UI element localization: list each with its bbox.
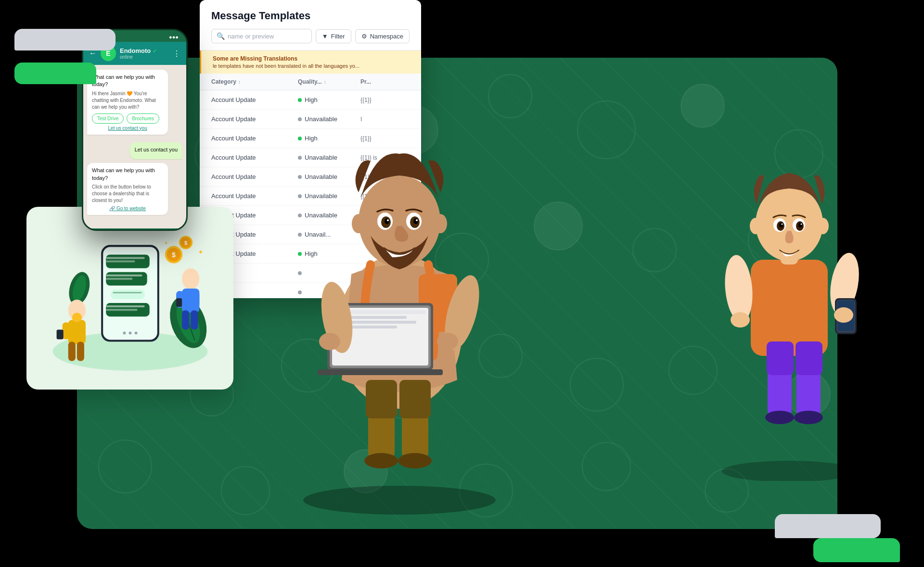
svg-point-95 xyxy=(319,333,340,350)
svg-point-20 xyxy=(570,358,623,411)
svg-rect-78 xyxy=(77,342,84,361)
svg-point-108 xyxy=(385,218,389,224)
phone-signal: ●●● xyxy=(169,34,179,40)
svg-rect-91 xyxy=(318,369,443,375)
svg-point-80 xyxy=(72,313,81,322)
more-icon[interactable]: ⋮ xyxy=(173,49,180,58)
website-link[interactable]: 🔗 Go to website xyxy=(92,206,163,211)
illustration-svg: $ $ ✦ ✦ xyxy=(37,216,223,380)
svg-point-109 xyxy=(413,218,418,224)
secondary-character-svg xyxy=(698,96,881,481)
filter-icon: ▼ xyxy=(322,33,328,40)
brochures-btn[interactable]: Brochures xyxy=(127,113,159,124)
filter-label: Filter xyxy=(331,33,345,40)
speech-bubble-top-green xyxy=(14,63,96,84)
svg-point-23 xyxy=(99,440,152,493)
svg-rect-48 xyxy=(106,305,144,307)
svg-rect-45 xyxy=(111,290,144,299)
svg-point-131 xyxy=(782,224,783,225)
svg-rect-79 xyxy=(56,329,63,339)
svg-text:$: $ xyxy=(184,240,187,246)
svg-point-51 xyxy=(128,331,131,334)
svg-point-52 xyxy=(134,331,137,334)
main-character xyxy=(255,43,544,524)
svg-point-132 xyxy=(801,224,802,225)
svg-point-114 xyxy=(722,461,857,481)
speech-bubble-top-gray xyxy=(14,29,116,50)
svg-point-5 xyxy=(578,101,635,159)
test-drive-btn[interactable]: Test Drive xyxy=(92,113,124,124)
verified-badge: ✓ xyxy=(153,48,157,54)
svg-point-27 xyxy=(582,442,630,491)
speech-bubble-bottom-green xyxy=(813,538,900,562)
phone-mockup: 9:41 ●●● ← E Endomoto ✓ online ⋮ What ca… xyxy=(82,29,188,231)
svg-rect-40 xyxy=(106,257,144,259)
svg-point-94 xyxy=(437,333,458,350)
svg-point-66 xyxy=(182,268,199,290)
svg-point-130 xyxy=(798,223,802,227)
main-character-svg xyxy=(255,43,544,515)
svg-point-112 xyxy=(352,214,365,233)
svg-point-81 xyxy=(303,486,496,515)
search-icon: 🔍 xyxy=(217,32,225,40)
svg-rect-72 xyxy=(176,298,182,307)
phone-chat-body: What can we help you with today? Hi ther… xyxy=(83,65,186,228)
chat-bubble-1-body: Hi there Jasmin 🧡 You're chatting with E… xyxy=(92,90,163,111)
search-placeholder-text: name or preview xyxy=(228,33,274,40)
svg-point-113 xyxy=(434,214,447,233)
svg-point-110 xyxy=(387,219,389,221)
svg-text:✦: ✦ xyxy=(198,248,204,256)
svg-rect-46 xyxy=(113,292,141,293)
chat-bubble-1: What can we help you with today? Hi ther… xyxy=(87,70,168,135)
svg-point-129 xyxy=(779,223,783,227)
svg-point-133 xyxy=(750,218,761,234)
svg-point-139 xyxy=(765,411,794,424)
search-box[interactable]: 🔍 name or preview xyxy=(211,29,312,43)
svg-rect-71 xyxy=(191,310,198,329)
sent-message-wrapper: Let us contact you xyxy=(87,139,182,163)
svg-rect-70 xyxy=(182,310,189,329)
speech-bubble-bottom-gray xyxy=(775,514,881,538)
templates-title: Message Templates xyxy=(211,10,410,22)
svg-rect-99 xyxy=(399,380,431,418)
chat-bubble-1-title: What can we help you with today? xyxy=(92,74,163,88)
svg-rect-137 xyxy=(767,341,794,375)
svg-rect-43 xyxy=(106,275,142,277)
svg-rect-69 xyxy=(192,291,199,308)
svg-rect-98 xyxy=(366,380,397,418)
svg-point-122 xyxy=(834,307,853,323)
svg-rect-76 xyxy=(73,322,80,339)
svg-point-100 xyxy=(364,453,398,468)
svg-point-134 xyxy=(817,218,829,234)
svg-point-121 xyxy=(731,312,750,328)
chat-bubble-2: What can we help you with today? Click o… xyxy=(87,163,168,215)
svg-text:✦: ✦ xyxy=(164,240,167,246)
chat-status: online xyxy=(120,54,157,60)
svg-rect-77 xyxy=(68,342,75,361)
namespace-button[interactable]: ⚙ Namespace xyxy=(355,29,410,43)
sent-text: Let us contact you xyxy=(135,146,178,153)
chat-bubble-sent: Let us contact you xyxy=(130,142,182,159)
gear-icon: ⚙ xyxy=(361,33,367,40)
secondary-character xyxy=(698,96,881,481)
svg-point-50 xyxy=(123,331,126,334)
chat-bubble-2-body: Click on the button below to choose a de… xyxy=(92,184,163,204)
chat-bubble-2-title: What can we help you with today? xyxy=(92,167,163,182)
contact-link[interactable]: Let us contact you xyxy=(92,126,163,131)
svg-rect-41 xyxy=(106,261,135,263)
svg-point-111 xyxy=(416,219,418,221)
filter-button[interactable]: ▼ Filter xyxy=(316,29,351,43)
search-row: 🔍 name or preview ▼ Filter ⚙ Namespace xyxy=(211,29,410,43)
sort-icon-category[interactable]: ↕ xyxy=(238,79,241,85)
svg-rect-49 xyxy=(106,309,137,311)
svg-rect-138 xyxy=(796,341,822,375)
svg-point-140 xyxy=(794,411,823,424)
svg-text:$: $ xyxy=(172,251,176,259)
svg-point-124 xyxy=(756,186,823,261)
chat-bubble-1-buttons: Test Drive Brochures xyxy=(92,113,163,124)
illustration-inner: $ $ ✦ ✦ xyxy=(37,216,223,380)
svg-rect-44 xyxy=(106,278,132,280)
chat-name: Endomoto ✓ xyxy=(120,47,157,54)
svg-point-13 xyxy=(633,228,676,272)
illustration-card: $ $ ✦ ✦ xyxy=(26,207,233,390)
